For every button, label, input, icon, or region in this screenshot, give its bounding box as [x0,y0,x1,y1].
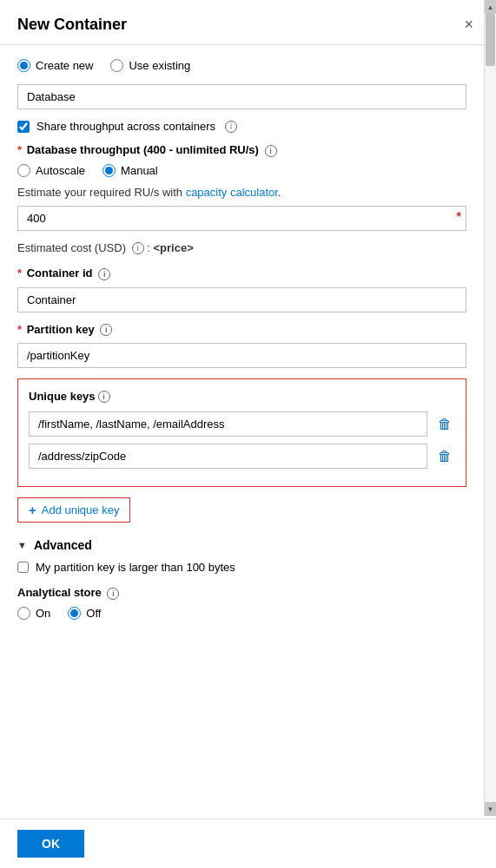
use-existing-label: Use existing [129,59,190,72]
partition-key-info-icon[interactable]: i [100,324,112,336]
create-new-label: Create new [36,59,93,72]
autoscale-radio[interactable] [17,164,30,177]
analytical-store-on-label[interactable]: On [17,607,50,620]
estimated-cost-price: <price> [153,241,193,254]
estimated-cost-row: Estimated cost (USD) i : <price> [17,241,466,255]
autoscale-radio-label[interactable]: Autoscale [17,164,85,177]
partition-required-star: * [17,323,22,336]
use-existing-radio-label[interactable]: Use existing [110,59,190,72]
analytical-store-off-label[interactable]: Off [68,607,101,620]
manual-radio-label[interactable]: Manual [103,164,158,177]
autoscale-label: Autoscale [36,164,85,177]
analytical-store-on-radio[interactable] [17,607,30,620]
new-container-dialog: New Container × ▲ ▼ Create new Use exist… [0,0,496,868]
use-existing-radio[interactable] [110,59,123,72]
unique-keys-info-icon[interactable]: i [98,391,110,403]
partition-size-label: My partition key is larger than 100 byte… [36,561,235,574]
partition-size-checkbox[interactable] [17,562,29,573]
scrollbar: ▲ ▼ [484,0,496,816]
partition-size-row: My partition key is larger than 100 byte… [17,561,466,574]
add-unique-key-button[interactable]: + Add unique key [17,497,130,523]
throughput-input[interactable] [17,206,466,231]
capacity-text: Estimate your required RU/s with capacit… [17,186,466,199]
share-throughput-checkbox[interactable] [17,121,30,133]
unique-key-input-1[interactable] [29,444,427,469]
analytical-store-on-text: On [36,607,50,620]
throughput-radio-group: Autoscale Manual [17,164,466,177]
close-button[interactable]: × [459,14,479,36]
scroll-up-button[interactable]: ▲ [485,0,497,14]
analytical-store-off-text: Off [86,607,101,620]
scroll-thumb [486,14,495,66]
analytical-store-section: Analytical store i On Off [17,586,466,620]
unique-keys-title: Unique keys i [29,390,455,403]
estimated-cost-info-icon[interactable]: i [132,242,144,254]
scroll-track [485,14,496,802]
share-throughput-label: Share throughput across containers [36,120,215,133]
container-id-info-icon[interactable]: i [98,268,110,280]
unique-key-input-0[interactable] [29,411,427,437]
partition-key-label: * Partition key i [17,323,466,337]
throughput-required-star: * [17,143,22,156]
unique-keys-box: Unique keys i 🗑 🗑 [17,378,466,487]
throughput-input-wrapper: * [17,206,466,231]
advanced-label: Advanced [34,538,92,552]
share-throughput-info-icon[interactable]: i [225,121,237,133]
advanced-header[interactable]: ▼ Advanced [17,538,466,552]
plus-icon: + [29,503,36,517]
dialog-body: Create new Use existing Share throughput… [0,45,496,819]
analytical-store-info-icon[interactable]: i [107,588,119,600]
database-input[interactable] [17,84,466,109]
container-id-label: * Container id i [17,266,466,280]
manual-radio[interactable] [103,164,116,177]
delete-unique-key-1-button[interactable]: 🗑 [434,447,455,466]
analytical-store-radio-group: On Off [17,607,466,620]
scroll-down-button[interactable]: ▼ [485,802,497,816]
dialog-title: New Container [17,16,127,34]
unique-key-row-0: 🗑 [29,411,455,437]
analytical-store-label: Analytical store i [17,586,466,600]
unique-key-row-1: 🗑 [29,444,455,469]
chevron-down-icon: ▼ [17,540,27,550]
mode-radio-group: Create new Use existing [17,59,466,72]
analytical-store-off-radio[interactable] [68,607,81,620]
dialog-header: New Container × [0,0,496,45]
throughput-required-corner-star: * [457,209,461,223]
manual-label: Manual [121,164,158,177]
container-id-input[interactable] [17,287,466,312]
database-throughput-label: * Database throughput (400 - unlimited R… [17,143,466,157]
create-new-radio-label[interactable]: Create new [17,59,93,72]
dialog-footer: OK [0,819,496,868]
advanced-section: ▼ Advanced My partition key is larger th… [17,538,466,574]
share-throughput-row: Share throughput across containers i [17,120,466,133]
throughput-info-icon[interactable]: i [265,145,277,157]
container-id-required-star: * [17,266,22,279]
partition-key-input[interactable] [17,343,466,368]
capacity-calculator-link[interactable]: capacity calculator [186,186,278,199]
ok-button[interactable]: OK [17,830,84,858]
create-new-radio[interactable] [17,59,30,72]
delete-unique-key-0-button[interactable]: 🗑 [434,415,455,434]
